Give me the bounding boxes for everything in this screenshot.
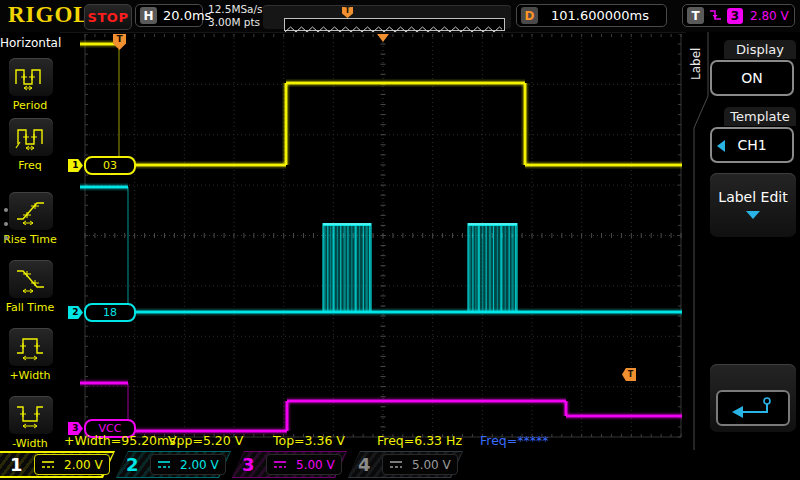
label-edit-text: Label Edit bbox=[710, 189, 796, 205]
measure-pos-width-label: +Width bbox=[0, 369, 60, 382]
measure-freq-button[interactable] bbox=[9, 118, 53, 156]
measure-fall-time-label: Fall Time bbox=[0, 301, 60, 314]
timebase-value: 20.0ms bbox=[163, 8, 211, 23]
channel-label: 03 bbox=[84, 156, 136, 175]
oscilloscope-screen: RIGOL STOP H 20.0ms 12.5MSa/s 3.00M pts … bbox=[0, 0, 800, 480]
channel-2-status[interactable]: 2 2.00 V bbox=[116, 451, 231, 478]
trigger-source-badge: 3 bbox=[727, 8, 743, 24]
readout-freq: Freq=6.33 Hz bbox=[377, 433, 462, 448]
rise-time-icon bbox=[13, 197, 49, 225]
dc-coupling-icon bbox=[40, 459, 56, 471]
dc-coupling-icon bbox=[156, 459, 172, 471]
readout-freq-invalid: Freq=***** bbox=[480, 433, 549, 448]
return-arrow-icon bbox=[729, 395, 777, 421]
d-badge: D bbox=[521, 7, 538, 24]
horizontal-measure-menu: Horizontal Period Freq Ris bbox=[0, 32, 60, 450]
h-badge: H bbox=[140, 7, 157, 24]
measure-period-label: Period bbox=[0, 99, 60, 112]
sample-rate: 12.5MSa/s bbox=[208, 3, 263, 16]
waveform-traces bbox=[62, 34, 686, 438]
measure-neg-width-label: -Width bbox=[0, 437, 60, 450]
channel-arrow: 2 bbox=[68, 306, 83, 319]
preview-window bbox=[284, 18, 505, 31]
channel-1-scale: 2.00 V bbox=[64, 458, 103, 472]
delay-box[interactable]: D 101.600000ms bbox=[516, 4, 667, 27]
channel-arrow: 1 bbox=[68, 159, 83, 172]
channel-2-number: 2 bbox=[126, 454, 139, 475]
measure-rise-time-button[interactable] bbox=[9, 192, 53, 230]
channel-4-scale-box: 5.00 V bbox=[382, 454, 458, 475]
template-value: CH1 bbox=[737, 137, 766, 153]
channel-3-number: 3 bbox=[242, 454, 255, 475]
template-button[interactable]: CH1 bbox=[710, 127, 794, 163]
chevron-left-icon bbox=[717, 140, 725, 152]
return-button[interactable] bbox=[710, 364, 796, 432]
channel-offset-marker[interactable]: 218 bbox=[68, 303, 136, 322]
left-menu-title: Horizontal bbox=[0, 36, 60, 50]
measure-freq-label: Freq bbox=[0, 159, 60, 172]
trigger-box[interactable]: T 3 2.80 V bbox=[682, 4, 795, 27]
channel-3-scale-box: 5.00 V bbox=[266, 454, 342, 475]
channel-1-scale-box: 2.00 V bbox=[34, 454, 110, 475]
channel-status-bar: 1 2.00 V 2 2.00 V bbox=[0, 450, 800, 480]
dc-coupling-icon bbox=[388, 459, 404, 471]
measure-pos-width-button[interactable] bbox=[9, 328, 53, 366]
horizontal-timebase-box[interactable]: H 20.0ms bbox=[135, 4, 203, 27]
template-menu-title: Template bbox=[724, 107, 796, 126]
channel-2-scale: 2.00 V bbox=[180, 458, 219, 472]
waveform-display: T 1032183VCC bbox=[62, 34, 686, 438]
trigger-center-marker bbox=[377, 34, 389, 42]
measure-period-button[interactable] bbox=[9, 58, 53, 96]
readout-vpp: Vpp=5.20 V bbox=[168, 433, 243, 448]
display-value: ON bbox=[741, 70, 763, 86]
preview-waveform bbox=[285, 25, 502, 34]
plus-width-icon bbox=[13, 333, 49, 361]
label-menu: Label Display ON Template CH1 Label Edit bbox=[686, 32, 800, 450]
run-state-button[interactable]: STOP bbox=[84, 4, 132, 30]
measure-rise-time-label: Rise Time bbox=[0, 233, 60, 246]
menu-page-dots bbox=[4, 208, 8, 240]
memory-depth: 3.00M pts bbox=[208, 16, 263, 29]
rigol-logo: RIGOL bbox=[8, 2, 90, 28]
measure-fall-time-button[interactable] bbox=[9, 260, 53, 298]
dc-coupling-icon bbox=[272, 459, 288, 471]
minus-width-icon bbox=[13, 401, 49, 429]
measure-neg-width-button[interactable] bbox=[9, 396, 53, 434]
delay-value: 101.600000ms bbox=[551, 8, 649, 23]
readout-top: Top=3.36 V bbox=[273, 433, 345, 448]
channel-1-status[interactable]: 1 2.00 V bbox=[0, 451, 115, 478]
label-edit-button[interactable]: Label Edit bbox=[710, 173, 796, 237]
acquisition-info: 12.5MSa/s 3.00M pts bbox=[208, 3, 263, 29]
channel-offset-marker[interactable]: 103 bbox=[68, 156, 136, 175]
measurement-readouts: +Width=95.20ms Vpp=5.20 V Top=3.36 V Fre… bbox=[62, 433, 762, 448]
readout-pos-width: +Width=95.20ms bbox=[64, 433, 176, 448]
period-icon bbox=[13, 63, 49, 91]
preview-trigger-marker: T bbox=[342, 7, 353, 18]
display-on-button[interactable]: ON bbox=[710, 60, 794, 96]
return-button-face bbox=[716, 390, 790, 426]
top-status-bar: RIGOL STOP H 20.0ms 12.5MSa/s 3.00M pts … bbox=[0, 0, 800, 33]
channel-2-scale-box: 2.00 V bbox=[150, 454, 226, 475]
channel-3-status[interactable]: 3 5.00 V bbox=[232, 451, 347, 478]
fall-time-icon bbox=[13, 265, 49, 293]
freq-icon bbox=[13, 123, 49, 151]
channel-1-number: 1 bbox=[10, 454, 23, 475]
channel-4-number: 4 bbox=[358, 454, 371, 475]
channel-3-scale: 5.00 V bbox=[296, 458, 335, 472]
channel-label: 18 bbox=[84, 303, 136, 322]
channel-4-status[interactable]: 4 5.00 V bbox=[348, 451, 463, 478]
waveform-preview[interactable]: T bbox=[263, 5, 511, 29]
falling-edge-icon bbox=[708, 8, 723, 23]
trigger-level-value: 2.80 V bbox=[750, 9, 789, 23]
t-badge: T bbox=[687, 7, 704, 24]
chevron-down-icon bbox=[746, 211, 760, 219]
channel-4-scale: 5.00 V bbox=[412, 458, 451, 472]
display-menu-title: Display bbox=[724, 40, 796, 59]
